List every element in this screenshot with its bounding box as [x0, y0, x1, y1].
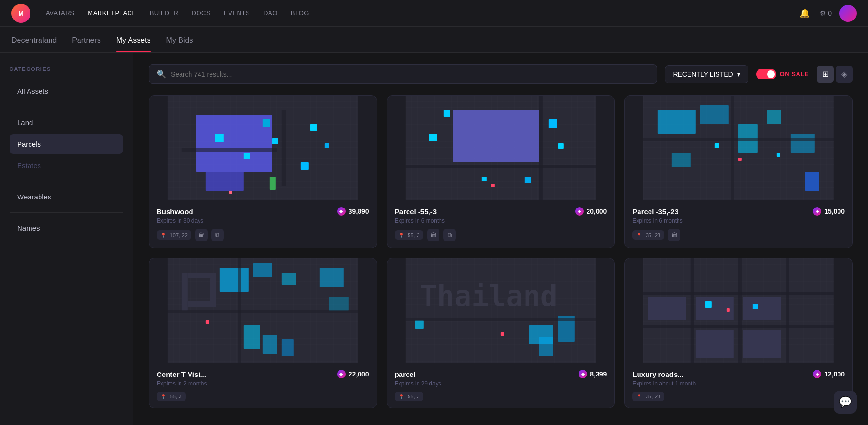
svg-rect-48 — [253, 263, 272, 277]
asset-thumb-bushwood — [149, 96, 377, 200]
tab-decentraland[interactable]: Decentraland — [11, 27, 57, 52]
asset-info-parcel-small: parcel ◈ 8,399 Expires in 29 days 📍 -55,… — [387, 363, 615, 408]
asset-price: ◈ 15,000 — [813, 207, 845, 216]
filter-bar: 🔍 RECENTLY LISTED ▾ ON SALE ⊞ ◈ — [149, 64, 853, 84]
svg-rect-22 — [524, 177, 531, 183]
asset-title-row: Parcel -35,-23 ◈ 15,000 — [632, 207, 845, 216]
asset-card-luxury-roads[interactable]: Luxury roads... ◈ 12,000 Expires in abou… — [624, 258, 853, 408]
asset-card-parcel-small[interactable]: Thailand parcel — [387, 258, 615, 408]
asset-card-bushwood[interactable]: Bushwood ◈ 39,890 Expires in 30 days 📍 -… — [149, 95, 377, 248]
buildings-action[interactable]: 🏛 — [668, 229, 680, 241]
user-avatar[interactable] — [839, 5, 857, 22]
svg-rect-72 — [738, 258, 742, 363]
asset-info-luxury-roads: Luxury roads... ◈ 12,000 Expires in abou… — [625, 363, 852, 408]
buildings-action[interactable]: 🏛 — [427, 229, 439, 241]
svg-rect-23 — [481, 177, 486, 181]
svg-rect-80 — [753, 304, 758, 309]
sidebar-item-wearables[interactable]: Wearables — [10, 187, 123, 207]
tab-my-bids[interactable]: My Bids — [166, 27, 193, 52]
sidebar-item-all-assets[interactable]: All Assets — [10, 81, 123, 101]
asset-tags: 📍 -35,-23 🏛 — [632, 229, 845, 241]
svg-rect-2 — [196, 115, 272, 172]
coords-tag: 📍 -55,-3 — [395, 230, 424, 240]
asset-price: ◈ 8,399 — [579, 370, 607, 378]
grid-view-button[interactable]: ⊞ — [817, 66, 834, 83]
buildings-action[interactable]: 🏛 — [195, 229, 208, 241]
svg-rect-37 — [777, 153, 780, 157]
svg-rect-55 — [206, 320, 209, 324]
nav-dao[interactable]: DAO — [263, 10, 278, 17]
sidebar-item-estates[interactable]: Estates — [10, 156, 123, 175]
tab-partners[interactable]: Partners — [72, 27, 100, 52]
asset-card-parcel35[interactable]: Parcel -35,-23 ◈ 15,000 Expires in 6 mon… — [624, 95, 853, 248]
svg-rect-18 — [443, 110, 450, 117]
asset-title-row: Bushwood ◈ 39,890 — [157, 207, 369, 216]
svg-rect-53 — [263, 335, 277, 354]
mana-icon: ◈ — [575, 207, 584, 216]
nav-builder[interactable]: BUILDER — [150, 10, 179, 17]
svg-rect-3 — [206, 172, 244, 191]
nav-docs[interactable]: DOCS — [192, 10, 211, 17]
notification-icon[interactable]: 🔔 — [797, 6, 812, 21]
asset-tags: 📍 -55,-3 🏛 ⧉ — [395, 229, 607, 241]
svg-rect-35 — [805, 172, 819, 191]
mana-icon: ◈ — [337, 370, 346, 378]
sidebar-item-names[interactable]: Names — [10, 218, 123, 238]
on-sale-toggle[interactable] — [756, 69, 776, 79]
svg-rect-45 — [188, 301, 216, 307]
svg-rect-76 — [648, 297, 686, 320]
nav-avatars[interactable]: AVATARS — [46, 10, 74, 17]
asset-expiry: Expires in about 1 month — [632, 380, 845, 387]
top-nav: M AVATARS MARKETPLACE BUILDER DOCS EVENT… — [0, 0, 868, 27]
svg-rect-73 — [786, 258, 789, 363]
asset-title: Bushwood — [157, 208, 193, 216]
map-view-button[interactable]: ◈ — [836, 66, 853, 83]
copy-action[interactable]: ⧉ — [443, 229, 456, 241]
asset-title-row: Center T Visi... ◈ 22,000 — [157, 370, 369, 378]
svg-rect-66 — [405, 318, 596, 321]
svg-rect-54 — [282, 339, 294, 356]
settings-icon[interactable]: ⚙ 0 — [820, 10, 832, 17]
sidebar-item-land[interactable]: Land — [10, 113, 123, 132]
svg-rect-12 — [270, 177, 276, 190]
tab-my-assets[interactable]: My Assets — [116, 27, 151, 52]
asset-card-center-t[interactable]: Center T Visi... ◈ 22,000 Expires in 2 m… — [149, 258, 377, 408]
svg-rect-4 — [215, 134, 224, 142]
logo[interactable]: M — [11, 4, 30, 23]
nav-events[interactable]: EVENTS — [224, 10, 250, 17]
sort-button[interactable]: RECENTLY LISTED ▾ — [665, 65, 748, 83]
chat-bubble[interactable]: 💬 — [834, 391, 857, 414]
sidebar-divider-1 — [10, 107, 123, 107]
copy-action[interactable]: ⧉ — [211, 229, 224, 241]
svg-rect-5 — [244, 153, 250, 159]
svg-rect-56 — [168, 310, 358, 313]
asset-price: ◈ 39,890 — [337, 207, 369, 216]
asset-thumb-center-t — [149, 258, 377, 363]
asset-card-parcel55[interactable]: Parcel -55,-3 ◈ 20,000 Expires in 6 mont… — [387, 95, 615, 248]
svg-rect-81 — [727, 308, 730, 312]
mana-icon: ◈ — [337, 207, 346, 216]
svg-rect-25 — [405, 165, 596, 168]
svg-rect-39 — [643, 138, 834, 141]
sidebar-item-parcels[interactable]: Parcels — [10, 134, 123, 154]
svg-rect-77 — [696, 330, 734, 358]
asset-title: parcel — [395, 370, 416, 378]
svg-rect-71 — [691, 258, 694, 363]
asset-price: ◈ 12,000 — [813, 370, 845, 378]
asset-price: ◈ 20,000 — [575, 207, 607, 216]
svg-rect-30 — [700, 105, 729, 124]
coords-tag: 📍 -55,-3 — [157, 392, 186, 401]
svg-rect-46 — [210, 278, 216, 301]
search-box[interactable]: 🔍 — [149, 64, 657, 84]
svg-rect-13 — [282, 110, 286, 186]
svg-rect-75 — [743, 297, 781, 320]
svg-rect-21 — [558, 143, 563, 149]
sidebar: CATEGORIES All Assets Land Parcels Estat… — [0, 53, 133, 425]
nav-blog[interactable]: BLOG — [291, 10, 309, 17]
svg-rect-51 — [329, 297, 349, 311]
nav-marketplace[interactable]: MARKETPLACE — [88, 10, 136, 17]
svg-rect-19 — [429, 134, 437, 141]
svg-rect-29 — [658, 110, 696, 134]
chevron-down-icon: ▾ — [737, 70, 740, 78]
search-input[interactable] — [171, 70, 649, 78]
